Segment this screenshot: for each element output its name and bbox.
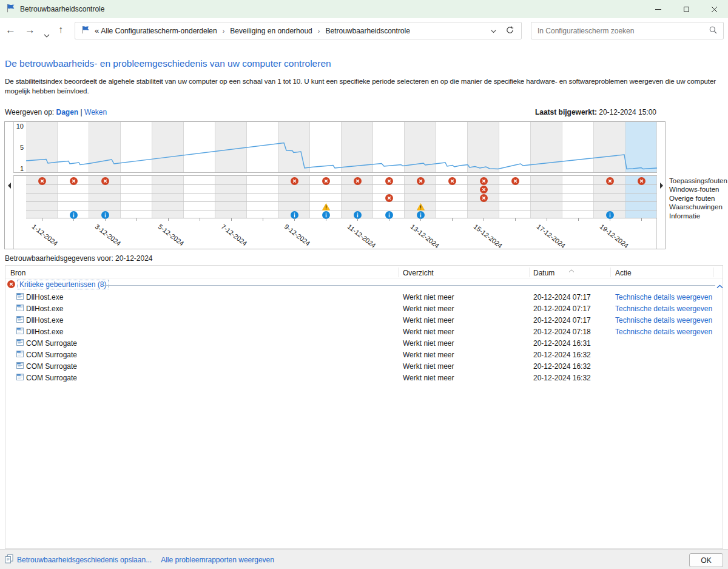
error-icon: [480, 177, 488, 184]
column-header-overzicht[interactable]: Overzicht: [403, 269, 434, 277]
info-icon: [417, 210, 425, 218]
up-button[interactable]: ↑: [58, 24, 63, 35]
x-axis-tick: [578, 218, 579, 221]
chart-day-column[interactable]: [247, 176, 278, 218]
title-bar: Betrouwbaarheidscontrole: [0, 0, 728, 18]
breadcrumb-item[interactable]: Alle Configuratiescherm-onderdelen: [99, 27, 218, 35]
critical-events-group-row[interactable]: Kritieke gebeurtenissen (8): [5, 278, 723, 291]
save-history-link[interactable]: Betrouwbaarheidsgeschiedenis opslaan...: [17, 556, 152, 564]
application-icon: [16, 328, 24, 336]
error-icon: [480, 185, 488, 193]
event-row[interactable]: COM SurrogateWerkt niet meer20-12-2024 1…: [5, 337, 723, 349]
chart-day-column[interactable]: [531, 176, 562, 218]
x-axis-date-label: 3-12-2024: [94, 223, 123, 247]
x-axis-tick: [136, 218, 137, 221]
critical-events-group-label[interactable]: Kritieke gebeurtenissen (8): [17, 280, 109, 289]
error-icon: [385, 177, 393, 184]
chart-day-column[interactable]: [152, 176, 184, 218]
row-divider: [26, 210, 657, 210]
y-axis-label-1: 1: [5, 165, 24, 172]
event-row[interactable]: DllHost.exeWerkt niet meer20-12-2024 07:…: [5, 303, 723, 314]
chart-left-divider: [13, 122, 14, 249]
collapse-chevron-icon[interactable]: [716, 282, 723, 291]
application-icon: [16, 305, 24, 313]
last-updated-value: 20-12-2024 15:00: [599, 108, 656, 116]
column-header-actie[interactable]: Actie: [615, 269, 632, 277]
cell-overzicht: Werkt niet meer: [403, 305, 454, 313]
column-header-datum[interactable]: Datum: [533, 269, 554, 277]
cell-datum: 20-12-2024 16:32: [533, 362, 591, 371]
technical-details-link[interactable]: Technische details weergeven: [615, 316, 712, 325]
view-days-link[interactable]: Dagen: [56, 108, 79, 116]
chart-day-column[interactable]: [184, 176, 215, 218]
cell-bron: COM Surrogate: [26, 374, 77, 382]
breadcrumb-item[interactable]: Beveiliging en onderhoud: [228, 27, 314, 35]
error-icon: [291, 177, 298, 184]
maximize-button[interactable]: [672, 0, 700, 18]
scroll-left-icon[interactable]: [8, 183, 11, 189]
chart-day-column[interactable]: [215, 176, 247, 218]
event-row[interactable]: COM SurrogateWerkt niet meer20-12-2024 1…: [5, 349, 723, 360]
page-title: De betrouwbaarheids- en probleemgeschied…: [5, 58, 331, 69]
breadcrumb-item[interactable]: Betrouwbaarheidscontrole: [323, 27, 411, 35]
cell-bron: DllHost.exe: [26, 328, 63, 336]
close-button[interactable]: [700, 0, 728, 18]
cell-bron: DllHost.exe: [26, 305, 63, 313]
cell-bron: DllHost.exe: [26, 293, 63, 301]
row-divider: [26, 184, 657, 185]
search-box[interactable]: In Configuratiescherm zoeken: [531, 22, 724, 39]
address-bar[interactable]: « Alle Configuratiescherm-onderdelen›Bev…: [75, 22, 522, 39]
back-button[interactable]: ←: [5, 24, 16, 36]
cell-overzicht: Werkt niet meer: [403, 351, 454, 359]
scroll-right-icon[interactable]: [660, 183, 663, 189]
refresh-icon[interactable]: [502, 26, 521, 36]
x-axis-date-label: 15-12-2024: [473, 223, 504, 249]
error-icon: [385, 194, 393, 201]
minimize-button[interactable]: [644, 0, 672, 18]
info-icon: [101, 210, 109, 218]
forward-button[interactable]: →: [25, 24, 35, 36]
application-icon: [16, 293, 24, 301]
details-caption: Betrouwbaarheidsgegevens voor: 20-12-202…: [5, 254, 153, 263]
y-axis-label-5: 5: [5, 144, 24, 151]
column-divider: [713, 268, 714, 277]
sort-ascending-icon: [568, 266, 575, 274]
event-row[interactable]: COM SurrogateWerkt niet meer20-12-2024 1…: [5, 360, 723, 372]
x-axis-tick: [547, 218, 547, 221]
page-description: De stabiliteitsindex beoordeelt de algeh…: [5, 76, 724, 95]
ok-button[interactable]: OK: [689, 553, 723, 567]
error-icon: [511, 177, 519, 184]
x-axis-tick: [641, 218, 642, 221]
x-axis-date-label: 13-12-2024: [410, 223, 441, 249]
error-icon: [101, 177, 109, 184]
window-title: Betrouwbaarheidscontrole: [20, 5, 104, 13]
recent-pages-chevron-icon[interactable]: [44, 29, 50, 41]
cell-bron: COM Surrogate: [26, 362, 77, 371]
column-header-bron[interactable]: Bron: [10, 269, 25, 277]
x-axis-date-label: 11-12-2024: [346, 223, 377, 249]
row-divider: [26, 193, 657, 194]
search-icon[interactable]: [709, 25, 717, 36]
cell-datum: 20-12-2024 07:17: [533, 293, 591, 301]
view-all-reports-link[interactable]: Alle probleemrapporten weergeven: [161, 556, 274, 564]
event-row[interactable]: DllHost.exeWerkt niet meer20-12-2024 07:…: [5, 326, 723, 337]
event-row[interactable]: COM SurrogateWerkt niet meer20-12-2024 1…: [5, 372, 723, 383]
x-axis-tick: [357, 218, 358, 221]
x-axis-tick: [42, 218, 42, 221]
technical-details-link[interactable]: Technische details weergeven: [615, 328, 712, 336]
view-by-row: Weergeven op: Dagen | Weken: [5, 108, 107, 116]
cell-overzicht: Werkt niet meer: [403, 328, 454, 336]
technical-details-link[interactable]: Technische details weergeven: [615, 305, 712, 313]
view-weeks-link[interactable]: Weken: [84, 108, 107, 116]
chart-day-column[interactable]: [562, 176, 594, 218]
technical-details-link[interactable]: Technische details weergeven: [615, 293, 712, 301]
command-bar: Betrouwbaarheidsgeschiedenis opslaan... …: [0, 549, 728, 569]
event-row[interactable]: DllHost.exeWerkt niet meer20-12-2024 07:…: [5, 291, 723, 303]
error-icon: [417, 177, 425, 184]
error-icon: [638, 177, 645, 184]
event-row[interactable]: DllHost.exeWerkt niet meer20-12-2024 07:…: [5, 314, 723, 326]
address-dropdown-chevron-icon[interactable]: [485, 27, 502, 35]
chart-day-column[interactable]: [121, 176, 152, 218]
stability-line-zone: [26, 122, 657, 172]
stability-index-line: [26, 143, 657, 169]
